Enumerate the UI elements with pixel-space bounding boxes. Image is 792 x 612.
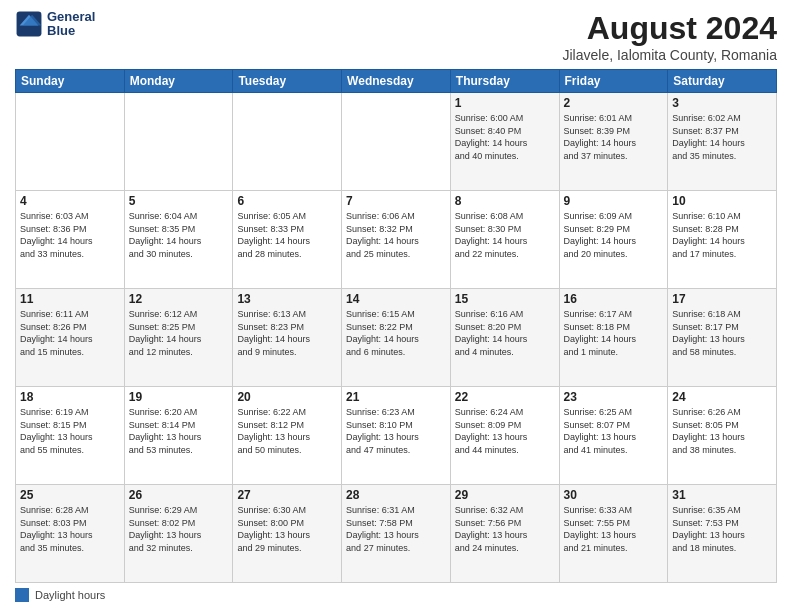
day-number-3: 3: [672, 96, 772, 110]
week-row-4: 25Sunrise: 6:28 AM Sunset: 8:03 PM Dayli…: [16, 485, 777, 583]
calendar-cell-1-5: 9Sunrise: 6:09 AM Sunset: 8:29 PM Daylig…: [559, 191, 668, 289]
day-number-15: 15: [455, 292, 555, 306]
day-info-7: Sunrise: 6:06 AM Sunset: 8:32 PM Dayligh…: [346, 210, 446, 260]
calendar-cell-4-5: 30Sunrise: 6:33 AM Sunset: 7:55 PM Dayli…: [559, 485, 668, 583]
calendar-header: Sunday Monday Tuesday Wednesday Thursday…: [16, 70, 777, 93]
day-info-4: Sunrise: 6:03 AM Sunset: 8:36 PM Dayligh…: [20, 210, 120, 260]
day-number-22: 22: [455, 390, 555, 404]
day-info-23: Sunrise: 6:25 AM Sunset: 8:07 PM Dayligh…: [564, 406, 664, 456]
day-number-23: 23: [564, 390, 664, 404]
legend-label: Daylight hours: [35, 589, 105, 601]
day-info-18: Sunrise: 6:19 AM Sunset: 8:15 PM Dayligh…: [20, 406, 120, 456]
week-row-0: 1Sunrise: 6:00 AM Sunset: 8:40 PM Daylig…: [16, 93, 777, 191]
day-number-8: 8: [455, 194, 555, 208]
day-number-4: 4: [20, 194, 120, 208]
calendar-cell-2-5: 16Sunrise: 6:17 AM Sunset: 8:18 PM Dayli…: [559, 289, 668, 387]
calendar-cell-0-4: 1Sunrise: 6:00 AM Sunset: 8:40 PM Daylig…: [450, 93, 559, 191]
day-number-19: 19: [129, 390, 229, 404]
calendar-cell-4-1: 26Sunrise: 6:29 AM Sunset: 8:02 PM Dayli…: [124, 485, 233, 583]
day-info-29: Sunrise: 6:32 AM Sunset: 7:56 PM Dayligh…: [455, 504, 555, 554]
calendar-cell-3-1: 19Sunrise: 6:20 AM Sunset: 8:14 PM Dayli…: [124, 387, 233, 485]
day-number-16: 16: [564, 292, 664, 306]
logo: General Blue: [15, 10, 95, 39]
calendar-cell-2-0: 11Sunrise: 6:11 AM Sunset: 8:26 PM Dayli…: [16, 289, 125, 387]
calendar-cell-3-4: 22Sunrise: 6:24 AM Sunset: 8:09 PM Dayli…: [450, 387, 559, 485]
title-block: August 2024 Jilavele, Ialomita County, R…: [562, 10, 777, 63]
calendar-cell-2-1: 12Sunrise: 6:12 AM Sunset: 8:25 PM Dayli…: [124, 289, 233, 387]
day-info-15: Sunrise: 6:16 AM Sunset: 8:20 PM Dayligh…: [455, 308, 555, 358]
page-subtitle: Jilavele, Ialomita County, Romania: [562, 47, 777, 63]
day-number-30: 30: [564, 488, 664, 502]
calendar-cell-4-0: 25Sunrise: 6:28 AM Sunset: 8:03 PM Dayli…: [16, 485, 125, 583]
col-sunday: Sunday: [16, 70, 125, 93]
calendar-cell-2-2: 13Sunrise: 6:13 AM Sunset: 8:23 PM Dayli…: [233, 289, 342, 387]
day-info-8: Sunrise: 6:08 AM Sunset: 8:30 PM Dayligh…: [455, 210, 555, 260]
day-info-13: Sunrise: 6:13 AM Sunset: 8:23 PM Dayligh…: [237, 308, 337, 358]
day-number-13: 13: [237, 292, 337, 306]
calendar-cell-1-3: 7Sunrise: 6:06 AM Sunset: 8:32 PM Daylig…: [342, 191, 451, 289]
week-row-1: 4Sunrise: 6:03 AM Sunset: 8:36 PM Daylig…: [16, 191, 777, 289]
col-saturday: Saturday: [668, 70, 777, 93]
day-info-28: Sunrise: 6:31 AM Sunset: 7:58 PM Dayligh…: [346, 504, 446, 554]
day-number-18: 18: [20, 390, 120, 404]
day-info-30: Sunrise: 6:33 AM Sunset: 7:55 PM Dayligh…: [564, 504, 664, 554]
page: General Blue August 2024 Jilavele, Ialom…: [0, 0, 792, 612]
logo-text: General Blue: [47, 10, 95, 39]
day-info-22: Sunrise: 6:24 AM Sunset: 8:09 PM Dayligh…: [455, 406, 555, 456]
calendar-cell-0-0: [16, 93, 125, 191]
calendar-cell-3-5: 23Sunrise: 6:25 AM Sunset: 8:07 PM Dayli…: [559, 387, 668, 485]
header: General Blue August 2024 Jilavele, Ialom…: [15, 10, 777, 63]
day-info-17: Sunrise: 6:18 AM Sunset: 8:17 PM Dayligh…: [672, 308, 772, 358]
day-info-2: Sunrise: 6:01 AM Sunset: 8:39 PM Dayligh…: [564, 112, 664, 162]
calendar-cell-0-1: [124, 93, 233, 191]
day-info-27: Sunrise: 6:30 AM Sunset: 8:00 PM Dayligh…: [237, 504, 337, 554]
day-info-14: Sunrise: 6:15 AM Sunset: 8:22 PM Dayligh…: [346, 308, 446, 358]
header-row: Sunday Monday Tuesday Wednesday Thursday…: [16, 70, 777, 93]
week-row-3: 18Sunrise: 6:19 AM Sunset: 8:15 PM Dayli…: [16, 387, 777, 485]
calendar-cell-4-4: 29Sunrise: 6:32 AM Sunset: 7:56 PM Dayli…: [450, 485, 559, 583]
calendar-cell-2-6: 17Sunrise: 6:18 AM Sunset: 8:17 PM Dayli…: [668, 289, 777, 387]
day-number-2: 2: [564, 96, 664, 110]
day-number-28: 28: [346, 488, 446, 502]
day-number-21: 21: [346, 390, 446, 404]
day-info-12: Sunrise: 6:12 AM Sunset: 8:25 PM Dayligh…: [129, 308, 229, 358]
col-thursday: Thursday: [450, 70, 559, 93]
logo-icon: [15, 10, 43, 38]
calendar-cell-3-3: 21Sunrise: 6:23 AM Sunset: 8:10 PM Dayli…: [342, 387, 451, 485]
calendar-cell-2-3: 14Sunrise: 6:15 AM Sunset: 8:22 PM Dayli…: [342, 289, 451, 387]
legend: Daylight hours: [15, 588, 777, 602]
day-number-14: 14: [346, 292, 446, 306]
day-info-6: Sunrise: 6:05 AM Sunset: 8:33 PM Dayligh…: [237, 210, 337, 260]
day-info-10: Sunrise: 6:10 AM Sunset: 8:28 PM Dayligh…: [672, 210, 772, 260]
day-number-24: 24: [672, 390, 772, 404]
calendar-cell-1-1: 5Sunrise: 6:04 AM Sunset: 8:35 PM Daylig…: [124, 191, 233, 289]
day-number-10: 10: [672, 194, 772, 208]
day-number-12: 12: [129, 292, 229, 306]
calendar-cell-1-2: 6Sunrise: 6:05 AM Sunset: 8:33 PM Daylig…: [233, 191, 342, 289]
calendar-cell-1-0: 4Sunrise: 6:03 AM Sunset: 8:36 PM Daylig…: [16, 191, 125, 289]
day-number-7: 7: [346, 194, 446, 208]
calendar-cell-3-6: 24Sunrise: 6:26 AM Sunset: 8:05 PM Dayli…: [668, 387, 777, 485]
calendar-cell-3-0: 18Sunrise: 6:19 AM Sunset: 8:15 PM Dayli…: [16, 387, 125, 485]
col-wednesday: Wednesday: [342, 70, 451, 93]
day-info-25: Sunrise: 6:28 AM Sunset: 8:03 PM Dayligh…: [20, 504, 120, 554]
calendar-cell-0-5: 2Sunrise: 6:01 AM Sunset: 8:39 PM Daylig…: [559, 93, 668, 191]
col-friday: Friday: [559, 70, 668, 93]
day-number-31: 31: [672, 488, 772, 502]
day-number-17: 17: [672, 292, 772, 306]
day-number-29: 29: [455, 488, 555, 502]
calendar-table: Sunday Monday Tuesday Wednesday Thursday…: [15, 69, 777, 583]
logo-line1: General: [47, 10, 95, 24]
day-info-1: Sunrise: 6:00 AM Sunset: 8:40 PM Dayligh…: [455, 112, 555, 162]
calendar-cell-2-4: 15Sunrise: 6:16 AM Sunset: 8:20 PM Dayli…: [450, 289, 559, 387]
day-number-27: 27: [237, 488, 337, 502]
day-number-26: 26: [129, 488, 229, 502]
day-info-26: Sunrise: 6:29 AM Sunset: 8:02 PM Dayligh…: [129, 504, 229, 554]
calendar-cell-4-2: 27Sunrise: 6:30 AM Sunset: 8:00 PM Dayli…: [233, 485, 342, 583]
col-monday: Monday: [124, 70, 233, 93]
week-row-2: 11Sunrise: 6:11 AM Sunset: 8:26 PM Dayli…: [16, 289, 777, 387]
day-info-20: Sunrise: 6:22 AM Sunset: 8:12 PM Dayligh…: [237, 406, 337, 456]
day-number-20: 20: [237, 390, 337, 404]
day-info-5: Sunrise: 6:04 AM Sunset: 8:35 PM Dayligh…: [129, 210, 229, 260]
page-title: August 2024: [562, 10, 777, 47]
